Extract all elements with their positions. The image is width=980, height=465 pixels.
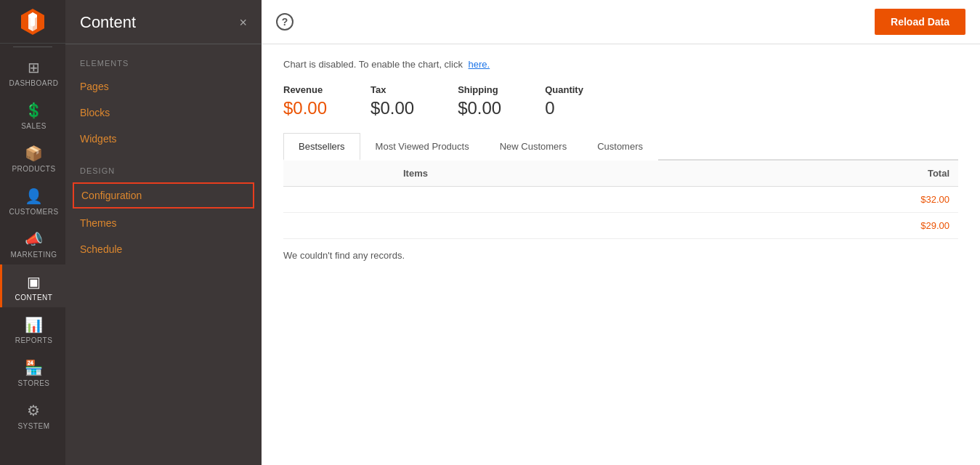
- chart-notice-link[interactable]: here.: [469, 59, 490, 70]
- sidebar-item-label: CONTENT: [15, 294, 53, 302]
- sidebar-item-stores[interactable]: 🏪 STORES: [0, 350, 65, 393]
- no-records-message: We couldn't find any records.: [283, 239, 958, 272]
- sidebar-link-configuration[interactable]: Configuration: [73, 182, 254, 209]
- bestsellers-table: Items Total $32.00 $29.00: [283, 161, 958, 239]
- stat-shipping: Shipping $0.00: [458, 84, 501, 118]
- stat-tax-value: $0.00: [370, 98, 414, 118]
- system-icon: ⚙: [27, 402, 41, 419]
- tabs-row: Bestsellers Most Viewed Products New Cus…: [283, 133, 958, 161]
- stat-revenue-label: Revenue: [283, 84, 327, 95]
- col-header-name: [283, 161, 394, 187]
- chart-notice: Chart is disabled. To enable the chart, …: [262, 44, 980, 77]
- stat-tax-label: Tax: [370, 84, 414, 95]
- sales-icon: 💲: [25, 102, 44, 119]
- sidebar-link-themes[interactable]: Themes: [65, 210, 262, 236]
- help-icon[interactable]: ?: [276, 13, 293, 31]
- reports-icon: 📊: [25, 316, 44, 333]
- sidebar-link-schedule[interactable]: Schedule: [65, 236, 262, 262]
- sidebar-close-button[interactable]: ×: [239, 15, 247, 31]
- table-section: Bestsellers Most Viewed Products New Cus…: [262, 133, 980, 286]
- sidebar-item-reports[interactable]: 📊 REPORTS: [0, 307, 65, 350]
- magento-logo-icon: [18, 7, 47, 36]
- main-content: ? Reload Data Chart is disabled. To enab…: [262, 0, 980, 465]
- logo-container: [0, 0, 65, 44]
- sidebar-item-system[interactable]: ⚙ SYSTEM: [0, 393, 65, 436]
- sidebar-header: Content ×: [65, 0, 262, 44]
- cell-name: [283, 187, 394, 213]
- stat-shipping-value: $0.00: [458, 98, 501, 118]
- stat-revenue-value: $0.00: [283, 98, 327, 118]
- tab-new-customers[interactable]: New Customers: [485, 133, 582, 161]
- sidebar-item-sales[interactable]: 💲 SALES: [0, 93, 65, 136]
- tab-bestsellers[interactable]: Bestsellers: [283, 133, 360, 161]
- sidebar-item-dashboard[interactable]: ⊞ DASHBOARD: [0, 50, 65, 93]
- sidebar-item-label: STORES: [18, 379, 50, 387]
- sidebar-link-widgets[interactable]: Widgets: [65, 126, 262, 152]
- cell-total: $29.00: [663, 213, 959, 239]
- stat-quantity-label: Quantity: [545, 84, 583, 95]
- dashboard-area: Chart is disabled. To enable the chart, …: [262, 44, 980, 465]
- table-row: $32.00: [283, 187, 958, 213]
- sidebar-item-label: REPORTS: [15, 336, 53, 344]
- nav-divider-top: [13, 46, 52, 47]
- col-header-total: Total: [663, 161, 959, 187]
- sidebar-panel: Content × Elements Pages Blocks Widgets …: [65, 0, 262, 465]
- stat-quantity: Quantity 0: [545, 84, 583, 118]
- table-row: $29.00: [283, 213, 958, 239]
- cell-name: [283, 213, 394, 239]
- sidebar-section-elements-label: Elements: [65, 44, 262, 73]
- stat-quantity-value: 0: [545, 98, 583, 118]
- sidebar-item-content[interactable]: ▣ CONTENT: [0, 264, 65, 307]
- sidebar-section-design-label: Design: [65, 152, 262, 181]
- stat-revenue: Revenue $0.00: [283, 84, 327, 118]
- sidebar-item-customers[interactable]: 👤 CUSTOMERS: [0, 179, 65, 222]
- stat-shipping-label: Shipping: [458, 84, 501, 95]
- stat-tax: Tax $0.00: [370, 84, 414, 118]
- sidebar-item-label: MARKETING: [11, 251, 57, 259]
- sidebar-link-pages[interactable]: Pages: [65, 73, 262, 100]
- tab-most-viewed[interactable]: Most Viewed Products: [360, 133, 485, 161]
- sidebar-item-products[interactable]: 📦 PRODUCTS: [0, 136, 65, 179]
- sidebar-item-marketing[interactable]: 📣 MARKETING: [0, 222, 65, 264]
- sidebar-item-label: SYSTEM: [17, 422, 49, 430]
- customers-icon: 👤: [25, 187, 44, 205]
- content-icon: ▣: [27, 273, 41, 291]
- sidebar-item-label: CUSTOMERS: [9, 208, 58, 216]
- sidebar-link-blocks[interactable]: Blocks: [65, 100, 262, 126]
- sidebar-item-label: SALES: [21, 122, 46, 130]
- sidebar-item-label: DASHBOARD: [9, 79, 59, 87]
- chart-notice-text: Chart is disabled. To enable the chart, …: [283, 59, 463, 70]
- tab-customers[interactable]: Customers: [582, 133, 658, 161]
- dashboard-icon: ⊞: [28, 59, 41, 76]
- cell-total: $32.00: [663, 187, 959, 213]
- cell-items: [394, 213, 663, 239]
- sidebar-title: Content: [80, 13, 136, 32]
- nav-rail: ⊞ DASHBOARD 💲 SALES 📦 PRODUCTS 👤 CUSTOME…: [0, 0, 65, 465]
- products-icon: 📦: [25, 145, 44, 162]
- top-bar: ? Reload Data: [262, 0, 980, 44]
- marketing-icon: 📣: [25, 230, 44, 248]
- reload-data-button[interactable]: Reload Data: [875, 9, 965, 35]
- stores-icon: 🏪: [25, 359, 44, 376]
- cell-items: [394, 187, 663, 213]
- col-header-items: Items: [394, 161, 663, 187]
- stats-row: Revenue $0.00 Tax $0.00 Shipping $0.00 Q…: [262, 77, 980, 133]
- sidebar-item-label: PRODUCTS: [12, 165, 55, 173]
